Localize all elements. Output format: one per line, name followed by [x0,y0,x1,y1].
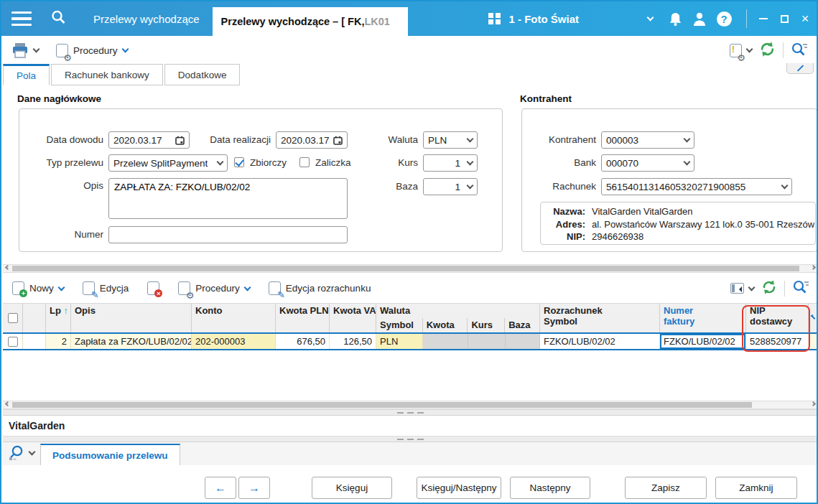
typ-przelewu-select[interactable]: Przelew SplitPayment [108,154,228,172]
header-waluta-baza[interactable]: Baza [505,318,539,332]
alerts-config-button[interactable]: !⚙ [730,44,752,57]
baza-select[interactable]: 1 [423,178,478,195]
ksieguj-button[interactable]: Księguj [312,477,392,499]
cell-kwota-pln[interactable]: 676,50 [276,334,330,349]
select-all-checkbox[interactable] [8,313,18,323]
horizontal-scrollbar-bottom[interactable] [3,401,818,409]
scrollbar-thumb[interactable] [12,402,752,408]
waluta-select[interactable]: PLN [423,131,478,149]
edit-settlement-button[interactable]: ✎ Edycja rozrachunku [269,281,371,295]
cell-waluta-symbol[interactable]: PLN [376,334,423,349]
nav-back-button[interactable]: ← [205,477,236,499]
header-lp[interactable]: Lp ↑ [46,304,71,332]
grid-procedures-button[interactable]: ⚙ Procedury [178,281,250,295]
search-filter-icon[interactable] [791,42,808,60]
scroll-right-arrow[interactable] [809,265,818,272]
calendar-icon[interactable] [175,136,185,145]
hamburger-menu-icon[interactable] [11,11,32,26]
kontrahent-select[interactable]: 000003 [601,131,694,149]
zaliczka-checkbox[interactable] [299,157,310,167]
header-waluta-symbol[interactable]: Symbol [376,318,423,332]
nav-forward-button[interactable]: → [238,477,270,499]
alerts-chevron-down-icon[interactable] [746,46,753,53]
new-button[interactable]: + Nowy [12,281,64,295]
numer-input[interactable] [108,226,348,243]
header-rozrachunek[interactable]: Rozrachunek Symbol [540,304,660,332]
cell-nip-dostawcy[interactable]: 5288520977 [746,334,809,349]
header-waluta[interactable]: Waluta [376,304,539,318]
cell-numer-faktury[interactable]: FZKO/LUB/02/02 [660,334,746,349]
tab-dodatkowe[interactable]: Dodatkowe [164,64,241,85]
tab-rachunek-bankowy[interactable]: Rachunek bankowy [51,64,163,85]
close-button[interactable]: × [796,8,814,29]
select-all-checkbox-cell[interactable] [3,304,23,332]
horizontal-scrollbar-top[interactable] [3,264,818,273]
cell-waluta-kwota[interactable] [423,334,468,349]
collapse-handle[interactable] [786,63,814,74]
splitter-handle[interactable] [3,409,818,416]
header-waluta-kurs[interactable]: Kurs [468,318,505,332]
rachunek-select[interactable]: 56154011314605320271900855 [601,178,792,195]
help-icon[interactable]: ? [712,11,736,27]
cell-rozrachunek-symbol[interactable]: FZKO/LUB/02/02 [540,334,660,349]
new-chevron-down-icon[interactable] [57,284,65,291]
scrollbar-thumb[interactable] [12,266,799,271]
minimize-button[interactable] [754,8,773,29]
cell-opis[interactable]: Zapłata za FZKO/LUB/02/02 [71,334,192,349]
search-icon[interactable] [50,9,66,28]
tab-podsumowanie-przelewu[interactable]: Podsumowanie przelewu [40,444,180,465]
column-collapse-handle[interactable] [809,304,818,332]
header-opis[interactable]: Opis [71,304,192,332]
tab-pola[interactable]: Pola [3,64,50,85]
nav-module-label[interactable]: Przelewy wychodzące [93,13,200,25]
kurs-select[interactable]: 1 [423,154,478,172]
row-checkbox[interactable] [8,337,18,347]
scroll-left-arrow[interactable] [3,401,12,409]
row-checkbox-cell[interactable] [3,334,23,349]
cell-waluta-kurs[interactable] [468,334,506,349]
refresh-icon[interactable] [759,41,776,60]
edit-button[interactable]: ✎ Edycja [83,281,129,295]
scroll-left-arrow[interactable] [3,265,12,272]
header-waluta-group[interactable]: Waluta Symbol Kwota Kurs Baza [376,304,540,332]
print-button[interactable] [11,42,39,58]
panel-collapse-chevron-icon[interactable] [748,284,756,291]
document-tab[interactable]: Przelewy wychodzące – [ FK, LK01 [213,7,408,36]
ksieguj-nastepny-button[interactable]: Księguj/Następny [417,477,501,499]
header-waluta-kwota[interactable]: Kwota [423,318,468,332]
cell-waluta-baza[interactable] [506,334,540,349]
header-nip-dostawcy[interactable]: NIP dostawcy [746,304,809,332]
procedures-chevron-down-icon[interactable] [121,46,129,53]
grid-row-selected[interactable]: 2 Zapłata za FZKO/LUB/02/02 202-000003 6… [3,332,818,350]
company-selector[interactable]: 1 - Foto Świat [509,13,580,25]
calendar-icon[interactable] [333,136,343,145]
nastepny-button[interactable]: Następny [510,477,590,499]
cell-lp[interactable]: 2 [46,334,71,349]
header-kwota-vat[interactable]: Kwota VAT [330,304,376,332]
print-chevron-down-icon[interactable] [33,46,40,53]
bell-icon[interactable] [663,11,687,27]
maximize-button[interactable] [775,8,794,29]
grid-refresh-icon[interactable] [761,279,777,298]
delete-button[interactable]: × [147,281,159,295]
cell-konto[interactable]: 202-000003 [192,334,276,349]
data-dowodu-field[interactable]: 2020.03.17 [108,131,190,149]
cell-kwota-vat[interactable]: 126,50 [330,334,376,349]
user-icon[interactable] [687,11,712,26]
panel-collapse-button[interactable] [730,283,754,294]
header-kwota-pln[interactable]: Kwota PLN [276,304,330,332]
zapisz-button[interactable]: Zapisz [625,477,707,499]
data-realizacji-field[interactable]: 2020.03.17 [276,131,348,149]
apps-grid-icon[interactable] [488,13,501,25]
splitter-handle[interactable] [3,436,818,442]
procedures-chevron-down-icon[interactable] [243,284,251,291]
summary-chevron-down-icon[interactable] [29,449,36,456]
zbiorczy-checkbox[interactable] [234,157,244,167]
company-chevron-down-icon[interactable] [647,14,654,22]
sort-asc-icon[interactable]: ↑ [64,305,69,316]
zamknij-button[interactable]: Zamknij [715,477,797,499]
header-konto[interactable]: Konto [192,304,276,332]
procedures-button[interactable]: ⚙ Procedury [56,44,128,57]
header-numer-faktury[interactable]: Numer faktury [660,304,746,332]
opis-textarea[interactable]: ZAPŁATA ZA: FZKO/LUB/02/02 [108,178,348,219]
